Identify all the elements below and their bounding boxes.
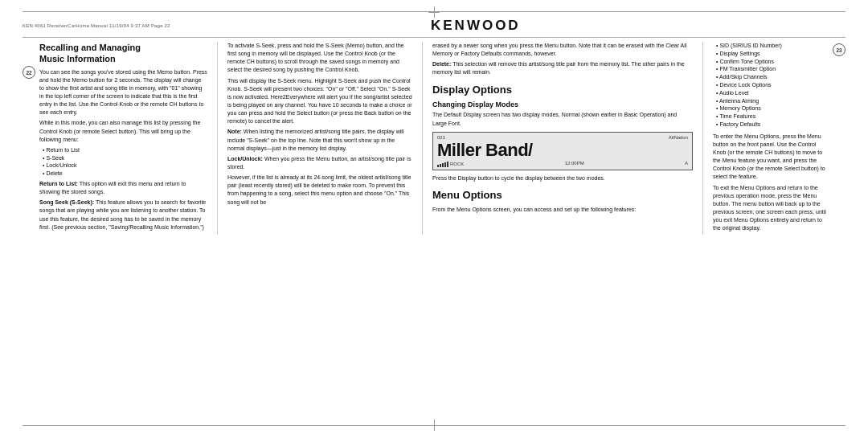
col-left-text: Recalling and Managing Music Information… <box>39 42 207 235</box>
list-item: Delete <box>43 170 207 178</box>
display-top-row: 021 AtlNation <box>437 135 688 140</box>
right-body1: To enter the Menu Options, press the Men… <box>713 133 829 182</box>
display-modes-text: The Default Display screen has two displ… <box>432 111 693 127</box>
list-item: Device Lock Options <box>716 81 829 89</box>
mid-divider <box>422 42 423 235</box>
display-bottom-row: ROCK 12:00PM A <box>437 161 688 167</box>
list-item: Add/Skip Channels <box>716 73 829 81</box>
kenwood-logo: KENWOOD <box>431 18 521 34</box>
col-left: 22 Recalling and Managing Music Informat… <box>23 42 207 235</box>
mid-left-body2: This will display the S-Seek menu. Highl… <box>227 77 412 126</box>
file-info: KEN.4061 ReceiverCarHome Manual 11/19/04… <box>23 23 170 28</box>
song-seek: Song Seek (S-Seek): This feature allows … <box>39 199 207 231</box>
bar-2 <box>440 164 441 167</box>
changing-display-modes-title: Changing Display Modes <box>432 100 693 108</box>
lock-unlock: Lock/Unlock: When you press the Menu but… <box>227 155 412 171</box>
right-body2: To exit the Menu Options and return to t… <box>713 184 829 233</box>
menu-options-body: From the Menu Options screen, you can ac… <box>432 206 693 214</box>
display-preview: 021 AtlNation Miller Band/ ROCK <box>432 132 693 170</box>
return-to-list: Return to List: This option will exit th… <box>39 180 207 196</box>
right-divider <box>702 42 703 235</box>
col-right: SID (SIRIUS ID Number) Display Settings … <box>713 42 845 235</box>
menu-options-title: Menu Options <box>432 189 693 203</box>
display-signal: ROCK <box>437 161 464 167</box>
bar-1 <box>437 165 439 167</box>
page-number-23: 23 <box>833 43 845 56</box>
bar-5 <box>447 162 448 167</box>
display-channel: 021 <box>437 135 445 140</box>
body-text-1: You can see the songs you've stored usin… <box>39 68 207 117</box>
display-station: AtlNation <box>669 135 688 140</box>
top-crosshair <box>428 6 440 18</box>
col-mid-left: To activate S-Seek, press and hold the S… <box>227 42 412 235</box>
list-item: Audio Level <box>716 89 829 97</box>
list-item: S-Seek <box>43 154 207 162</box>
press-display-text: Press the Display button to cycle the di… <box>432 174 693 182</box>
bar-3 <box>442 163 444 167</box>
section-title: Recalling and Managing Music Information <box>39 42 207 65</box>
list-item: FM Transmitter Option <box>716 65 829 73</box>
bottom-crosshair <box>428 420 440 431</box>
mid-left-body3: However, if the list is already at its 2… <box>227 174 412 207</box>
list-item: Display Settings <box>716 50 829 58</box>
display-options-title: Display Options <box>432 84 693 97</box>
delete-text: Delete: This selection will remove this … <box>432 60 693 76</box>
display-genre: ROCK <box>450 162 464 166</box>
page: KEN.4061 ReceiverCarHome Manual 11/19/04… <box>0 0 868 434</box>
list-item: SID (SIRIUS ID Number) <box>716 42 829 50</box>
header-divider <box>23 37 845 38</box>
list-item: Memory Options <box>716 104 829 113</box>
display-mode: A <box>685 161 688 167</box>
bullet-list: Return to List S-Seek Lock/Unlock Delete <box>39 146 207 178</box>
bar-4 <box>444 162 446 167</box>
left-divider <box>217 42 218 235</box>
list-item: Confirm Tone Options <box>716 58 829 66</box>
note: Note: When listing the memorized artist/… <box>227 128 412 152</box>
list-item: Time Features <box>716 113 829 121</box>
page-num-right: 23 <box>833 43 845 235</box>
page-num-left: 22 <box>23 66 35 235</box>
mid-left-body1: To activate S-Seek, press and hold the S… <box>227 42 412 75</box>
list-item: Antenna Aiming <box>716 97 829 105</box>
page-number-22: 22 <box>23 66 35 79</box>
header: KEN.4061 ReceiverCarHome Manual 11/19/04… <box>23 18 845 34</box>
list-item: Return to List <box>43 146 207 154</box>
display-band-name: Miller Band/ <box>437 141 688 160</box>
col-right-text: SID (SIRIUS ID Number) Display Settings … <box>713 42 829 235</box>
content-area: 22 Recalling and Managing Music Informat… <box>23 42 845 235</box>
body-text-2: While in this mode, you can also manage … <box>39 119 207 143</box>
right-bullet-list: SID (SIRIUS ID Number) Display Settings … <box>713 42 829 129</box>
col-mid-right: erased by a newer song when you press th… <box>432 42 693 235</box>
list-item: Factory Defaults <box>716 121 829 129</box>
list-item: Lock/Unlock <box>43 162 207 170</box>
mid-right-body1: erased by a newer song when you press th… <box>432 42 693 58</box>
display-time: 12:00PM <box>565 161 584 167</box>
signal-bars <box>437 161 448 167</box>
